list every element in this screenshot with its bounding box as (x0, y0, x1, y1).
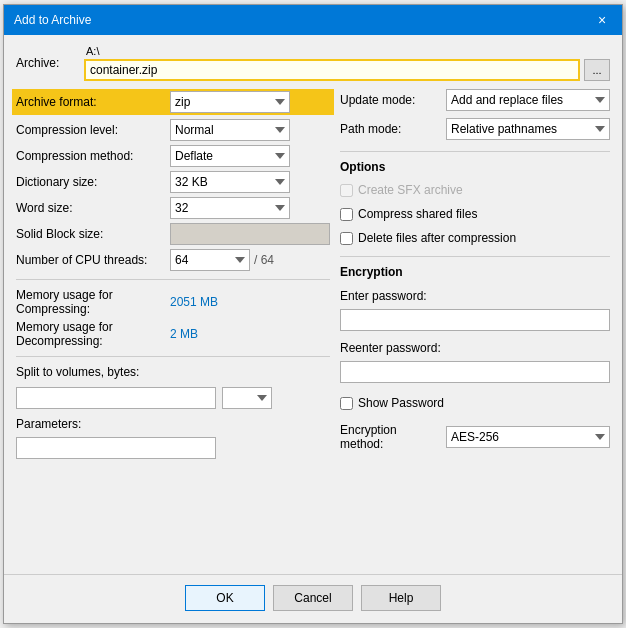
enc-method-label: Encryption method: (340, 423, 440, 451)
mem-decompress-row: Memory usage for Decompressing: 2 MB (16, 320, 330, 348)
format-row: Archive format: zip 7z tar (12, 89, 334, 115)
split-input-row (16, 387, 330, 409)
shared-checkbox-row: Compress shared files (340, 204, 610, 224)
cancel-button[interactable]: Cancel (273, 585, 353, 611)
cpu-max-label: / 64 (254, 253, 274, 267)
close-button[interactable]: × (592, 10, 612, 30)
archive-row: Archive: A:\ ... (16, 45, 610, 81)
word-size-dropdown[interactable]: 32 8 64 (170, 197, 290, 219)
enc-method-row: Encryption method: AES-256 AES-128 AES-1… (340, 423, 610, 451)
compression-level-row: Compression level: Normal Store Fast Max… (16, 119, 330, 141)
dict-size-dropdown[interactable]: 32 KB 4 KB 64 KB (170, 171, 290, 193)
enter-pw-label: Enter password: (340, 289, 427, 303)
reenter-pw-label-row: Reenter password: (340, 341, 610, 355)
options-title: Options (340, 160, 610, 174)
left-panel: Archive format: zip 7z tar Compression l… (16, 89, 330, 564)
path-mode-label: Path mode: (340, 122, 440, 136)
help-button[interactable]: Help (361, 585, 441, 611)
archive-drive: A:\ (86, 45, 610, 57)
cpu-threads-label: Number of CPU threads: (16, 253, 164, 267)
params-input-row (16, 437, 330, 459)
divider-split (16, 356, 330, 357)
delete-checkbox[interactable] (340, 232, 353, 245)
archive-filename-input[interactable] (84, 59, 580, 81)
compression-method-dropdown[interactable]: Deflate Deflate64 BZip2 (170, 145, 290, 167)
params-label-row: Parameters: (16, 417, 330, 431)
word-size-row: Word size: 32 8 64 (16, 197, 330, 219)
archive-input-row: ... (84, 59, 610, 81)
path-mode-dropdown[interactable]: Relative pathnames Absolute pathnames No… (446, 118, 610, 140)
show-password-checkbox[interactable] (340, 397, 353, 410)
sfx-label: Create SFX archive (358, 183, 463, 197)
enter-pw-input-row (340, 309, 610, 331)
main-content: Archive format: zip 7z tar Compression l… (16, 89, 610, 564)
update-mode-row: Update mode: Add and replace files Updat… (340, 89, 610, 111)
dialog: Add to Archive × Archive: A:\ ... Archiv… (3, 4, 623, 624)
archive-path-col: A:\ ... (84, 45, 610, 81)
cpu-count-row: 64 1 2 4 / 64 (170, 249, 274, 271)
mem-decompress-label: Memory usage for Decompressing: (16, 320, 164, 348)
dialog-title: Add to Archive (14, 13, 91, 27)
path-mode-row: Path mode: Relative pathnames Absolute p… (340, 118, 610, 140)
reenter-pw-input-row (340, 361, 610, 383)
divider-mem (16, 279, 330, 280)
compression-level-dropdown[interactable]: Normal Store Fast Maximum (170, 119, 290, 141)
mem-decompress-value: 2 MB (170, 327, 198, 341)
params-input[interactable] (16, 437, 216, 459)
update-mode-label: Update mode: (340, 93, 440, 107)
divider-options (340, 151, 610, 152)
compression-method-label: Compression method: (16, 149, 164, 163)
reenter-password-input[interactable] (340, 361, 610, 383)
cpu-threads-row: Number of CPU threads: 64 1 2 4 / 64 (16, 249, 330, 271)
enter-password-input[interactable] (340, 309, 610, 331)
format-dropdown[interactable]: zip 7z tar (170, 91, 290, 113)
update-mode-dropdown[interactable]: Add and replace files Update and add fil… (446, 89, 610, 111)
shared-checkbox[interactable] (340, 208, 353, 221)
split-input[interactable] (16, 387, 216, 409)
shared-label: Compress shared files (358, 207, 477, 221)
delete-label: Delete files after compression (358, 231, 516, 245)
solid-block-bar (170, 223, 330, 245)
split-unit-dropdown[interactable] (222, 387, 272, 409)
browse-button[interactable]: ... (584, 59, 610, 81)
mem-compress-row: Memory usage for Compressing: 2051 MB (16, 288, 330, 316)
format-label: Archive format: (16, 95, 164, 109)
right-panel: Update mode: Add and replace files Updat… (340, 89, 610, 564)
title-bar: Add to Archive × (4, 5, 622, 35)
footer: OK Cancel Help (4, 574, 622, 623)
word-size-label: Word size: (16, 201, 164, 215)
mem-compress-label: Memory usage for Compressing: (16, 288, 164, 316)
params-label: Parameters: (16, 417, 81, 431)
solid-block-label: Solid Block size: (16, 227, 164, 241)
solid-block-row: Solid Block size: (16, 223, 330, 245)
encrypt-title: Encryption (340, 265, 610, 279)
delete-checkbox-row: Delete files after compression (340, 228, 610, 248)
dict-size-label: Dictionary size: (16, 175, 164, 189)
dict-size-row: Dictionary size: 32 KB 4 KB 64 KB (16, 171, 330, 193)
dialog-body: Archive: A:\ ... Archive format: zip 7z (4, 35, 622, 574)
split-label: Split to volumes, bytes: (16, 365, 139, 379)
archive-label: Archive: (16, 56, 76, 70)
ok-button[interactable]: OK (185, 585, 265, 611)
mem-compress-value: 2051 MB (170, 295, 218, 309)
compression-level-label: Compression level: (16, 123, 164, 137)
enter-pw-label-row: Enter password: (340, 289, 610, 303)
show-pw-checkbox-row: Show Password (340, 393, 610, 413)
cpu-threads-dropdown[interactable]: 64 1 2 4 (170, 249, 250, 271)
reenter-pw-label: Reenter password: (340, 341, 441, 355)
compression-method-row: Compression method: Deflate Deflate64 BZ… (16, 145, 330, 167)
show-password-label: Show Password (358, 396, 444, 410)
enc-method-dropdown[interactable]: AES-256 AES-128 AES-192 ZipCrypto (446, 426, 610, 448)
sfx-checkbox[interactable] (340, 184, 353, 197)
sfx-checkbox-row: Create SFX archive (340, 180, 610, 200)
divider-encrypt (340, 256, 610, 257)
split-label-row: Split to volumes, bytes: (16, 365, 330, 379)
